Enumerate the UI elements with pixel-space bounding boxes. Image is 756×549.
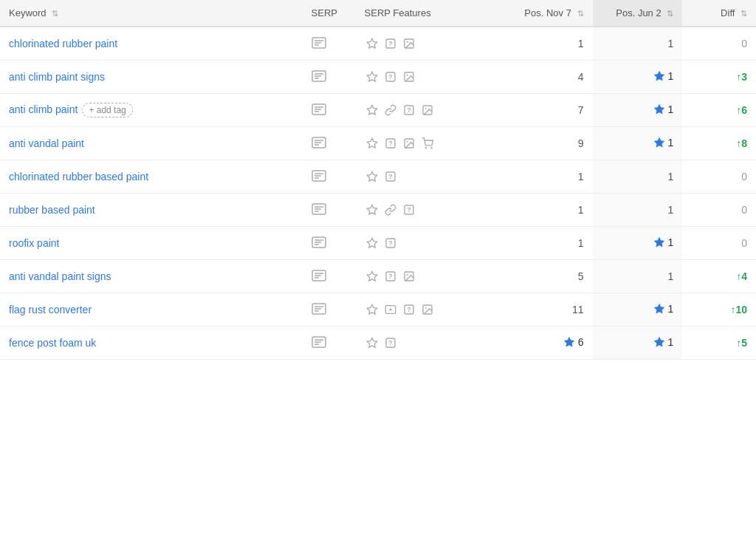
pos-nov-cell: 7 [503,94,593,127]
video-feature-icon [383,302,398,317]
diff-value: ↑3 [736,71,747,83]
serp-features-header[interactable]: SERP Features [356,0,503,27]
diff-cell: ↑6 [682,94,756,127]
keyword-link[interactable]: chlorinated rubber based paint [9,171,148,183]
svg-point-71 [406,274,408,276]
serp-features-cell: ? [356,127,503,160]
pos-nov-value: 5 [578,270,584,282]
pos-jun-cell: 1 [593,293,683,327]
pos-jun-value: 1 [668,204,674,216]
diff-header[interactable]: Diff ⇅ [682,0,756,27]
keyword-link[interactable]: roofix paint [9,237,59,249]
keyword-sort-icon[interactable]: ⇅ [52,9,58,18]
serp-cell[interactable] [303,127,356,160]
image-feature-icon [402,36,416,51]
star-feature-icon [365,269,379,284]
svg-marker-83 [654,304,664,313]
question-feature-icon: ? [402,302,416,317]
star-feature-icon [365,169,379,184]
serp-cell[interactable] [303,293,356,327]
image-feature-icon [402,136,416,151]
star-feature-icon [365,302,379,317]
diff-value: 0 [741,171,747,183]
table-row: anti vandal paint ?9 1↑8 [0,127,756,160]
question-feature-icon: ? [383,169,398,184]
table-row: flag rust converter ?11 1↑10 [0,293,756,327]
svg-text:?: ? [388,40,392,47]
image-feature-icon [402,269,416,284]
keyword-link[interactable]: fence post foam uk [9,337,96,349]
svg-text:?: ? [407,306,410,313]
svg-point-82 [425,307,426,309]
pos-jun-cell: 1 [593,61,683,94]
pos-nov-value: 11 [572,304,584,316]
serp-features-cell: ? [356,260,503,293]
table-row: chlorinated rubber paint ?110 [0,27,756,61]
svg-text:?: ? [388,140,392,147]
table-header-row: Keyword ⇅ SERP SERP Features Pos. Nov 7 … [0,0,756,27]
question-feature-icon: ? [383,69,398,84]
svg-point-38 [425,147,426,148]
keyword-header[interactable]: Keyword ⇅ [0,0,303,27]
keyword-cell: flag rust converter [0,293,303,327]
svg-marker-18 [654,71,664,81]
pos-nov-header[interactable]: Pos. Nov 7 ⇅ [503,0,593,27]
cart-feature-icon [420,136,435,151]
pos-nov-cell: 1 [503,160,593,194]
pos-jun-value: 1 [653,336,674,348]
svg-point-37 [406,141,408,143]
table-row: chlorinated rubber based paint ?110 [0,160,756,194]
serp-cell[interactable] [303,227,356,260]
diff-cell: ↑10 [682,293,756,327]
star-feature-icon [365,136,379,151]
serp-cell[interactable] [303,61,356,94]
keyword-cell: roofix paint [0,227,303,260]
pos-jun-value: 1 [668,270,674,282]
image-feature-icon [420,103,435,117]
keyword-link[interactable]: anti vandal paint [9,137,84,149]
svg-marker-40 [654,137,664,147]
pos-nov-value: 1 [578,237,584,249]
serp-features-cell: ? [356,293,503,327]
diff-sort-icon[interactable]: ⇅ [740,9,747,18]
pos-nov-value: 4 [578,71,584,83]
question-feature-icon: ? [383,236,398,250]
serp-features-cell: ? [356,194,503,227]
table-row: anti climb paint+ add tag ?7 1↑6 [0,94,756,127]
svg-text:?: ? [388,239,392,247]
pos-nov-value: 1 [578,171,584,183]
diff-value: ↑10 [730,304,747,316]
add-tag-button[interactable]: + add tag [82,103,132,117]
keyword-link[interactable]: anti climb paint signs [9,71,105,83]
pos-nov-sort-icon[interactable]: ⇅ [577,9,584,18]
image-feature-icon [420,302,435,317]
star-feature-icon [365,335,379,350]
pos-jun-header[interactable]: Pos. Jun 2 ⇅ [593,0,683,27]
serp-cell[interactable] [303,194,356,227]
keyword-link[interactable]: anti vandal paint signs [9,270,111,282]
keyword-link[interactable]: flag rust converter [9,304,92,316]
diff-value: ↑6 [736,104,747,116]
table-row: anti climb paint signs ?4 1↑3 [0,61,756,94]
question-feature-icon: ? [383,269,398,284]
serp-cell[interactable] [303,327,356,360]
pos-nov-cell: 1 [503,27,593,61]
keyword-link[interactable]: chlorinated rubber paint [9,38,117,50]
serp-cell[interactable] [303,27,356,61]
serp-cell[interactable] [303,94,356,127]
table-row: fence post foam uk ? 6 1↑5 [0,327,756,360]
serp-cell[interactable] [303,260,356,293]
keyword-link[interactable]: anti climb paint [9,103,78,115]
serp-header[interactable]: SERP [303,0,356,27]
keyword-cell: anti vandal paint [0,127,303,160]
keyword-link[interactable]: rubber based paint [9,204,95,216]
svg-marker-91 [564,337,574,347]
rankings-table: Keyword ⇅ SERP SERP Features Pos. Nov 7 … [0,0,756,360]
pos-jun-cell: 1 [593,94,683,127]
pos-nov-cell: 1 [503,194,593,227]
diff-cell: 0 [682,160,756,194]
serp-cell[interactable] [303,160,356,194]
pos-jun-sort-icon[interactable]: ⇅ [667,9,673,18]
question-feature-icon: ? [383,136,398,151]
keyword-cell: anti vandal paint signs [0,260,303,293]
